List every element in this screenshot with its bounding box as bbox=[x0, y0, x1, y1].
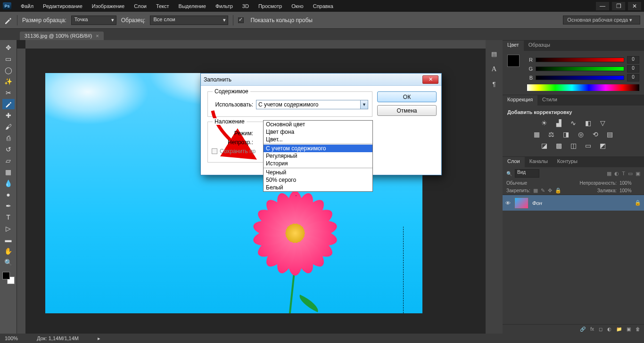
sample-size-select[interactable]: Точка▾ bbox=[71, 16, 116, 25]
opt-foreground-color[interactable]: Основной цвет bbox=[264, 121, 372, 128]
levels-icon[interactable]: ▟ bbox=[553, 119, 564, 127]
stamp-tool[interactable]: ⎙ bbox=[2, 133, 15, 143]
type-tool[interactable]: T bbox=[2, 212, 15, 222]
opt-history[interactable]: История bbox=[264, 160, 372, 167]
layer-thumbnail[interactable] bbox=[514, 197, 528, 209]
maximize-button[interactable]: ❐ bbox=[612, 2, 625, 10]
eraser-tool[interactable]: ▱ bbox=[2, 155, 15, 166]
tab-styles[interactable]: Стили bbox=[537, 95, 562, 106]
g-value[interactable]: 0 bbox=[627, 65, 639, 73]
zoom-level[interactable]: 100% bbox=[5, 335, 18, 341]
opt-color[interactable]: Цвет... bbox=[264, 136, 372, 143]
brush-tool[interactable]: 🖌 bbox=[2, 122, 15, 132]
menu-3d[interactable]: 3D bbox=[238, 1, 254, 11]
blur-tool[interactable]: 💧 bbox=[2, 178, 15, 188]
selective-color-icon[interactable]: ◩ bbox=[597, 141, 608, 150]
dodge-tool[interactable]: ● bbox=[2, 189, 15, 200]
tab-paths[interactable]: Контуры bbox=[553, 157, 582, 167]
magic-wand-tool[interactable]: ✨ bbox=[2, 76, 15, 87]
opt-black[interactable]: Черный bbox=[264, 169, 372, 176]
filter-smart-icon[interactable]: ▣ bbox=[636, 171, 640, 177]
curves-icon[interactable]: ∿ bbox=[568, 119, 578, 127]
blend-mode-select[interactable]: Обычные bbox=[506, 180, 563, 186]
color-panel-swatch[interactable] bbox=[507, 55, 520, 67]
lookup-icon[interactable]: ▤ bbox=[605, 130, 615, 139]
filter-shape-icon[interactable]: ▭ bbox=[628, 171, 633, 177]
marquee-tool[interactable]: ▭ bbox=[2, 54, 15, 64]
filter-adjust-icon[interactable]: ◐ bbox=[614, 171, 619, 177]
menu-text[interactable]: Текст bbox=[151, 1, 174, 11]
opt-pattern[interactable]: Регулярный bbox=[264, 152, 372, 160]
opt-50-gray[interactable]: 50% серого bbox=[264, 176, 372, 184]
spectrum-ramp[interactable] bbox=[527, 84, 639, 91]
layer-fx-icon[interactable]: fx bbox=[590, 327, 594, 332]
history-panel-icon[interactable]: ▤ bbox=[489, 49, 499, 58]
invert-icon[interactable]: ◪ bbox=[539, 141, 549, 150]
dialog-titlebar[interactable]: Заполнить ✕ bbox=[201, 74, 441, 86]
menu-file[interactable]: Файл bbox=[16, 1, 38, 11]
menu-layers[interactable]: Слои bbox=[129, 1, 151, 11]
lock-paint-icon[interactable]: ✎ bbox=[541, 188, 545, 194]
chevron-down-icon[interactable]: ▼ bbox=[360, 100, 368, 109]
opacity-value[interactable]: 100% bbox=[619, 180, 640, 186]
b-value[interactable]: 0 bbox=[627, 74, 639, 82]
menu-filter[interactable]: Фильтр bbox=[211, 1, 238, 11]
character-panel-icon[interactable]: A bbox=[489, 65, 499, 73]
menu-help[interactable]: Справка bbox=[308, 1, 338, 11]
lock-pixels-icon[interactable]: ▦ bbox=[533, 188, 538, 194]
show-ring-checkbox[interactable] bbox=[238, 17, 244, 23]
use-combobox[interactable]: С учетом содержимого ▼ bbox=[256, 100, 368, 109]
lock-all-icon[interactable]: 🔒 bbox=[555, 188, 561, 194]
crop-tool[interactable]: ✂ bbox=[2, 88, 15, 98]
delete-layer-icon[interactable]: 🗑 bbox=[636, 327, 640, 332]
fill-value[interactable]: 100% bbox=[619, 188, 640, 193]
r-slider[interactable] bbox=[536, 57, 624, 62]
gradient-tool[interactable]: ▦ bbox=[2, 167, 15, 177]
history-brush-tool[interactable]: ↺ bbox=[2, 144, 15, 155]
balance-icon[interactable]: ⚖ bbox=[546, 130, 557, 139]
shape-tool[interactable]: ▬ bbox=[2, 235, 15, 245]
healing-tool[interactable]: ✚ bbox=[2, 110, 15, 121]
sample-select[interactable]: Все слои▾ bbox=[150, 16, 228, 25]
document-tab[interactable]: 31136.jpg @ 100% (RGB/8#) × bbox=[20, 32, 104, 40]
new-layer-icon[interactable]: ▣ bbox=[627, 327, 631, 332]
hue-icon[interactable]: ▦ bbox=[532, 130, 542, 139]
exposure-icon[interactable]: ◧ bbox=[583, 119, 593, 127]
layer-row-background[interactable]: 👁 Фон 🔒 bbox=[503, 195, 644, 211]
foreground-color-swatch[interactable] bbox=[2, 272, 10, 279]
r-value[interactable]: 0 bbox=[627, 56, 639, 64]
tab-color[interactable]: Цвет bbox=[503, 41, 524, 51]
link-layers-icon[interactable]: 🔗 bbox=[580, 327, 586, 332]
paragraph-panel-icon[interactable]: ¶ bbox=[489, 80, 499, 88]
b-slider[interactable] bbox=[536, 75, 624, 80]
new-group-icon[interactable]: 📁 bbox=[616, 327, 622, 332]
layer-filter-kind[interactable]: Вид bbox=[515, 169, 539, 178]
g-slider[interactable] bbox=[536, 66, 624, 71]
preserve-transparency-checkbox[interactable] bbox=[212, 148, 217, 154]
gradient-map-icon[interactable]: ▭ bbox=[583, 141, 593, 150]
filter-type-icon[interactable]: T bbox=[622, 171, 625, 177]
close-button[interactable]: ✕ bbox=[628, 2, 641, 10]
move-tool[interactable]: ✥ bbox=[2, 42, 15, 53]
tab-close-icon[interactable]: × bbox=[96, 33, 99, 39]
zoom-tool[interactable]: 🔍 bbox=[2, 257, 15, 268]
color-swatches[interactable] bbox=[2, 272, 15, 284]
threshold-icon[interactable]: ◫ bbox=[568, 141, 578, 150]
cancel-button[interactable]: Отмена bbox=[377, 105, 437, 116]
menu-window[interactable]: Окно bbox=[287, 1, 308, 11]
photo-filter-icon[interactable]: ◎ bbox=[576, 130, 586, 139]
layer-mask-icon[interactable]: ◻ bbox=[599, 327, 603, 332]
filter-pixel-icon[interactable]: ▦ bbox=[607, 171, 611, 177]
tab-swatches[interactable]: Образцы bbox=[524, 41, 555, 51]
menu-view[interactable]: Просмотр bbox=[254, 1, 287, 11]
vibrance-icon[interactable]: ▽ bbox=[597, 119, 608, 127]
ok-button[interactable]: ОК bbox=[377, 91, 437, 102]
tab-channels[interactable]: Каналы bbox=[525, 157, 553, 167]
hand-tool[interactable]: ✋ bbox=[2, 246, 15, 256]
menu-edit[interactable]: Редактирование bbox=[38, 1, 87, 11]
pen-tool[interactable]: ✒ bbox=[2, 201, 15, 211]
lasso-tool[interactable]: ◯ bbox=[2, 65, 15, 75]
menu-image[interactable]: Изображение bbox=[87, 1, 129, 11]
minimize-button[interactable]: — bbox=[596, 2, 609, 10]
path-select-tool[interactable]: ▷ bbox=[2, 223, 15, 234]
